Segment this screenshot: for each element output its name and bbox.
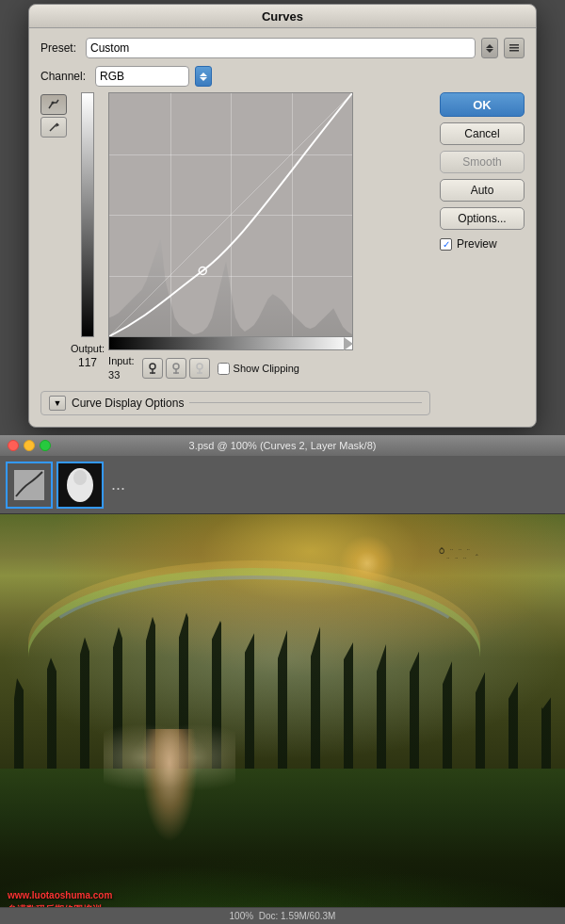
eyedropper-white-icon xyxy=(193,362,206,375)
eyedropper-black-btn[interactable] xyxy=(142,358,163,379)
layer-thumb-mask[interactable] xyxy=(56,462,104,509)
status-bar: 100% Doc: 1.59M/60.3M xyxy=(0,907,565,924)
photo-scene: Ǒ ¨ ¨ ¨ ‸ ¨ ¨ ¨ www.luotaoshuma.com 参满数码… xyxy=(0,514,565,924)
left-panel: Channel: RGB xyxy=(40,66,430,415)
show-clipping-label: Show Clipping xyxy=(234,363,299,374)
svg-point-8 xyxy=(150,364,155,369)
ok-button[interactable]: OK xyxy=(440,92,525,117)
show-clipping-wrap: Show Clipping xyxy=(218,363,299,375)
svg-point-14 xyxy=(197,364,202,369)
preset-select-wrap[interactable]: Custom xyxy=(86,38,476,58)
photo-area: Ǒ ¨ ¨ ¨ ‸ ¨ ¨ ¨ www.luotaoshuma.com 参满数码… xyxy=(0,514,565,924)
layer-more-dots[interactable]: ... xyxy=(107,475,129,494)
curve-tool-pencil[interactable] xyxy=(40,117,67,138)
curves-dialog: Curves Preset: Custom xyxy=(28,4,537,428)
ps-window-controls xyxy=(8,440,51,451)
eyedropper-group xyxy=(142,358,210,379)
preset-arrow-up-icon xyxy=(486,44,493,48)
gradient-triangle-right xyxy=(344,337,353,350)
ps-minimize-button[interactable] xyxy=(24,440,35,451)
channel-select-wrap[interactable]: RGB xyxy=(95,66,189,87)
smooth-button[interactable]: Smooth xyxy=(440,151,525,173)
channel-row: Channel: RGB xyxy=(40,66,430,87)
channel-select[interactable]: RGB xyxy=(100,70,185,83)
channel-arrows-btn[interactable] xyxy=(195,66,212,87)
zoom-level: 100% xyxy=(230,911,254,921)
auto-button[interactable]: Auto xyxy=(440,179,525,202)
preset-select[interactable]: Custom xyxy=(90,41,471,55)
preview-checkbox[interactable]: ✓ xyxy=(440,238,452,251)
curve-tool-pen[interactable] xyxy=(40,94,67,115)
preset-arrows-btn[interactable] xyxy=(481,38,498,58)
preview-row: ✓ Preview xyxy=(440,237,525,251)
svg-point-21 xyxy=(73,470,87,485)
output-value: 117 xyxy=(78,356,97,369)
curve-section: Output: 117 xyxy=(40,92,430,383)
birds: Ǒ ¨ ¨ ¨ ‸ ¨ ¨ ¨ xyxy=(439,547,480,565)
ps-maximize-button[interactable] xyxy=(40,440,51,451)
image-area: ... Ǒ ¨ ¨ ¨ ‸ ¨ ¨ ¨ www.luotaosh xyxy=(0,456,565,924)
output-section: Output: 117 xyxy=(71,92,105,369)
curve-display-label: Curve Display Options xyxy=(72,397,184,410)
curve-display-toggle-btn[interactable]: ▼ xyxy=(49,396,66,411)
preview-label: Preview xyxy=(457,237,497,251)
input-value: 33 xyxy=(108,369,120,381)
preset-arrow-down-icon xyxy=(486,49,493,53)
svg-rect-2 xyxy=(509,50,519,52)
svg-rect-0 xyxy=(509,44,519,46)
doc-status: Doc: 1.59M/60.3M xyxy=(259,911,336,921)
curve-canvas[interactable] xyxy=(108,92,353,337)
preset-menu-icon xyxy=(508,43,520,53)
dialog-body: Preset: Custom xyxy=(29,28,536,427)
input-label: Input: xyxy=(108,355,135,366)
dialog-title: Curves xyxy=(262,9,303,24)
curve-container: Output: 117 xyxy=(71,92,430,383)
pen-tool-icon xyxy=(47,98,60,111)
channel-arrow-down-icon xyxy=(200,77,207,81)
input-row: Input: 33 xyxy=(108,354,353,383)
ps-close-button[interactable] xyxy=(8,440,19,451)
ps-titlebar: 3.psd @ 100% (Curves 2, Layer Mask/8) xyxy=(0,435,565,456)
svg-line-4 xyxy=(50,123,57,131)
svg-rect-1 xyxy=(509,47,519,49)
svg-point-3 xyxy=(52,102,55,105)
fairy-figure xyxy=(113,673,226,842)
input-label-val: Input: 33 xyxy=(108,354,135,383)
output-label: Output: xyxy=(71,343,105,354)
preset-menu-button[interactable] xyxy=(504,38,525,58)
ps-title-text: 3.psd @ 100% (Curves 2, Layer Mask/8) xyxy=(189,440,377,451)
gradient-bar-horizontal xyxy=(108,337,353,350)
eyedropper-white-btn[interactable] xyxy=(189,358,210,379)
right-panel: OK Cancel Smooth Auto Options... ✓ Previ… xyxy=(440,66,525,415)
watermark-line1: www.luotaoshuma.com xyxy=(8,888,112,902)
cancel-button[interactable]: Cancel xyxy=(440,122,525,145)
mask-thumb-icon xyxy=(58,463,102,507)
eyedropper-black-icon xyxy=(146,362,159,375)
layer-strip: ... xyxy=(0,456,565,514)
gradient-bar-vertical xyxy=(81,92,94,337)
dialog-titlebar: Curves xyxy=(29,5,536,28)
curve-svg xyxy=(109,93,352,336)
channel-label: Channel: xyxy=(40,70,89,83)
curve-display-arrow-icon: ▼ xyxy=(54,398,62,408)
channel-arrow-up-icon xyxy=(200,73,207,76)
curve-canvas-area: Input: 33 xyxy=(108,92,353,383)
fairy-body xyxy=(141,729,198,842)
pencil-tool-icon xyxy=(47,121,60,134)
curve-display-separator xyxy=(189,402,422,403)
curve-display-options: ▼ Curve Display Options xyxy=(40,391,430,415)
curve-with-labels: Output: 117 xyxy=(71,92,430,383)
curves-thumb-icon xyxy=(12,468,46,502)
layer-thumb-curves[interactable] xyxy=(6,462,53,509)
main-area: Channel: RGB xyxy=(40,66,525,415)
show-clipping-checkbox[interactable] xyxy=(218,363,230,375)
options-button[interactable]: Options... xyxy=(440,207,525,230)
curves-dialog-wrapper: Curves Preset: Custom xyxy=(0,0,565,428)
eyedropper-gray-icon xyxy=(170,362,183,375)
eyedropper-gray-btn[interactable] xyxy=(166,358,186,379)
svg-point-11 xyxy=(173,364,179,369)
preset-label: Preset: xyxy=(40,41,80,55)
curve-tools xyxy=(40,92,67,138)
preset-row: Preset: Custom xyxy=(40,38,525,58)
